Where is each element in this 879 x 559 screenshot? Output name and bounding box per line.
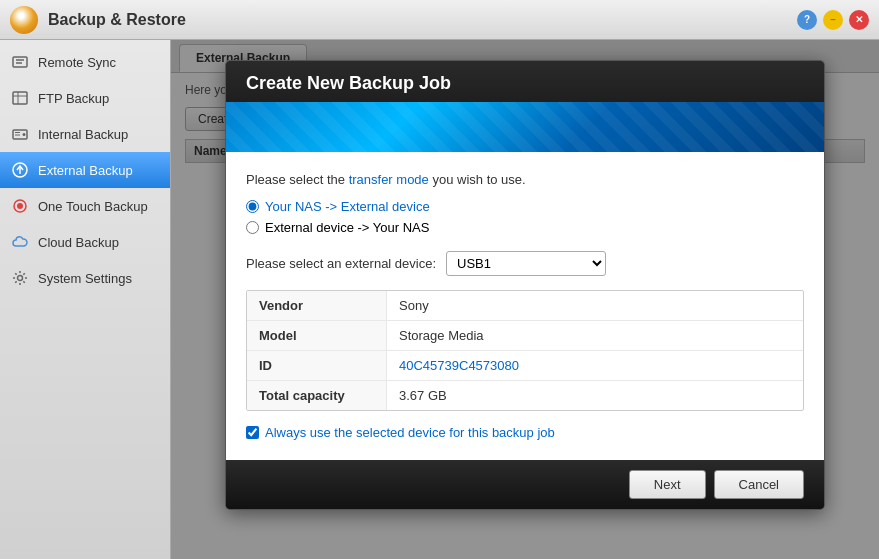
device-info-table: Vendor Sony Model Storage Media ID 40C45…: [246, 290, 804, 411]
internal-icon: [10, 124, 30, 144]
vendor-label: Vendor: [247, 291, 387, 320]
radio-external-to-nas[interactable]: External device -> Your NAS: [246, 220, 804, 235]
sidebar-label-internal-backup: Internal Backup: [38, 127, 128, 142]
sidebar-label-ftp-backup: FTP Backup: [38, 91, 109, 106]
cloud-icon: [10, 232, 30, 252]
sidebar-item-ftp-backup[interactable]: FTP Backup: [0, 80, 170, 116]
app-title: Backup & Restore: [48, 11, 797, 29]
table-row-model: Model Storage Media: [247, 321, 803, 351]
sidebar-item-one-touch-backup[interactable]: One Touch Backup: [0, 188, 170, 224]
radio-nas-to-external[interactable]: Your NAS -> External device: [246, 199, 804, 214]
id-value: 40C45739C4573080: [387, 351, 803, 380]
always-use-device-checkbox-row[interactable]: Always use the selected device for this …: [246, 425, 804, 440]
touch-icon: [10, 196, 30, 216]
sidebar-item-cloud-backup[interactable]: Cloud Backup: [0, 224, 170, 260]
title-bar: Backup & Restore ? – ✕: [0, 0, 879, 40]
modal-header: Create New Backup Job: [226, 61, 824, 152]
sidebar-item-internal-backup[interactable]: Internal Backup: [0, 116, 170, 152]
modal-title: Create New Backup Job: [246, 73, 804, 102]
ftp-icon: [10, 88, 30, 108]
device-select-label: Please select an external device:: [246, 256, 436, 271]
model-value: Storage Media: [387, 321, 803, 350]
sidebar: Remote Sync FTP Backup In: [0, 40, 171, 559]
capacity-label: Total capacity: [247, 381, 387, 410]
radio-nas-to-external-input[interactable]: [246, 200, 259, 213]
create-backup-modal: Create New Backup Job Please select the …: [225, 60, 825, 510]
help-button[interactable]: ?: [797, 10, 817, 30]
device-select-row: Please select an external device: USB1 U…: [246, 251, 804, 276]
sync-icon: [10, 52, 30, 72]
vendor-value: Sony: [387, 291, 803, 320]
sidebar-label-remote-sync: Remote Sync: [38, 55, 116, 70]
next-button[interactable]: Next: [629, 470, 706, 499]
modal-body: Please select the transfer mode you wish…: [226, 152, 824, 460]
table-row-id: ID 40C45739C4573080: [247, 351, 803, 381]
settings-icon: [10, 268, 30, 288]
app-logo: [10, 6, 38, 34]
capacity-value: 3.67 GB: [387, 381, 803, 410]
modal-overlay: Create New Backup Job Please select the …: [171, 40, 879, 559]
sidebar-label-external-backup: External Backup: [38, 163, 133, 178]
transfer-mode-radio-group: Your NAS -> External device External dev…: [246, 199, 804, 235]
sidebar-label-one-touch-backup: One Touch Backup: [38, 199, 148, 214]
id-label: ID: [247, 351, 387, 380]
table-row-vendor: Vendor Sony: [247, 291, 803, 321]
minimize-button[interactable]: –: [823, 10, 843, 30]
modal-header-graphic: [226, 102, 824, 152]
external-icon: [10, 160, 30, 180]
window-controls: ? – ✕: [797, 10, 869, 30]
transfer-mode-title: Please select the transfer mode you wish…: [246, 172, 804, 187]
radio-external-to-nas-input[interactable]: [246, 221, 259, 234]
svg-rect-1: [13, 92, 27, 104]
cancel-button[interactable]: Cancel: [714, 470, 804, 499]
radio-external-to-nas-label: External device -> Your NAS: [265, 220, 429, 235]
sidebar-item-system-settings[interactable]: System Settings: [0, 260, 170, 296]
sidebar-item-external-backup[interactable]: External Backup: [0, 152, 170, 188]
svg-point-12: [18, 276, 23, 281]
svg-point-5: [23, 133, 26, 136]
always-use-device-checkbox[interactable]: [246, 426, 259, 439]
modal-footer: Next Cancel: [226, 460, 824, 509]
device-dropdown[interactable]: USB1 USB2 USB3: [446, 251, 606, 276]
table-row-capacity: Total capacity 3.67 GB: [247, 381, 803, 410]
svg-point-11: [17, 203, 23, 209]
radio-nas-to-external-label: Your NAS -> External device: [265, 199, 430, 214]
model-label: Model: [247, 321, 387, 350]
sidebar-label-system-settings: System Settings: [38, 271, 132, 286]
svg-rect-0: [13, 57, 27, 67]
close-button[interactable]: ✕: [849, 10, 869, 30]
sidebar-item-remote-sync[interactable]: Remote Sync: [0, 44, 170, 80]
sidebar-label-cloud-backup: Cloud Backup: [38, 235, 119, 250]
always-use-device-label: Always use the selected device for this …: [265, 425, 555, 440]
